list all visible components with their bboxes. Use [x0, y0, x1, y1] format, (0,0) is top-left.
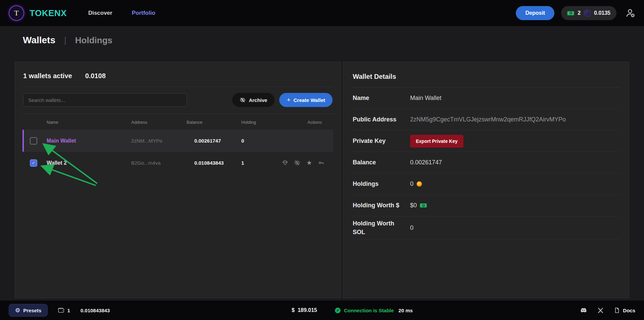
- connection-status: ✓ Connection is Stable 20 ms: [335, 308, 413, 313]
- wallet-holding: 1: [241, 160, 282, 166]
- detail-label: Balance: [353, 158, 405, 167]
- active-sol-total: 0.0108: [85, 72, 106, 80]
- create-wallet-label: Create Wallet: [294, 97, 325, 103]
- wallet-balance-value: 0.010843843: [194, 160, 224, 166]
- star-icon[interactable]: [306, 160, 312, 166]
- detail-row-holdings: Holdings 0: [352, 173, 620, 195]
- cash-count: 2: [578, 10, 581, 16]
- detail-label: Holding Worth $: [353, 201, 405, 210]
- eye-off-icon: [240, 97, 246, 103]
- sol-balance: 0.0135: [594, 10, 610, 16]
- wallet-details-panel: Wallet Details Name Main Wallet Public A…: [343, 62, 629, 298]
- detail-label: Public Address: [353, 115, 405, 124]
- wallet-balance: 0.00261747: [187, 138, 241, 144]
- discord-icon[interactable]: [579, 306, 587, 314]
- detail-row-name: Name Main Wallet: [352, 88, 620, 109]
- x-twitter-icon[interactable]: [597, 307, 604, 314]
- detail-label: Holding Worth SOL: [353, 219, 405, 236]
- detail-value-name: Main Wallet: [410, 95, 441, 102]
- col-balance: Balance: [187, 120, 241, 125]
- token-coin-icon: [584, 10, 591, 16]
- wallet-balance-value: 0.00261747: [194, 138, 221, 144]
- wallet-icon: [58, 307, 64, 314]
- dollar-sign: $: [292, 307, 295, 313]
- nav-discover[interactable]: Discover: [88, 10, 112, 16]
- navbar-right: Deposit 2 0.0135: [516, 6, 635, 20]
- app-logo[interactable]: T: [9, 5, 24, 21]
- wallets-panel: 1 wallets active 0.0108 Archive + Create…: [15, 62, 341, 298]
- detail-row-balance: Balance 0.00261747: [352, 152, 620, 173]
- col-address: Address: [131, 120, 187, 125]
- worth-usd-amount: $0: [410, 202, 417, 209]
- detail-label: Holdings: [353, 179, 405, 188]
- archive-label: Archive: [249, 97, 267, 103]
- person-gear-icon: [625, 8, 635, 18]
- docs-label: Docs: [623, 308, 635, 313]
- statusbar-links: Docs: [579, 306, 635, 314]
- latency-value: 20 ms: [398, 308, 413, 313]
- detail-value-public-address: 2zNM5g9CgecTmVLGJejzswrMnw2qemRJJfQ2Airv…: [410, 116, 566, 123]
- col-actions: Actions: [282, 120, 333, 125]
- solana-icon: [416, 225, 422, 231]
- docs-button[interactable]: Docs: [614, 307, 635, 313]
- detail-row-worth-usd: Holding Worth $ $0: [352, 195, 620, 216]
- wallet-sol-amount: 0.010843843: [81, 308, 110, 313]
- gear-icon: ⚙: [15, 307, 20, 314]
- detail-value-worth-usd: $0: [410, 202, 427, 209]
- tab-wallets[interactable]: Wallets: [23, 35, 55, 46]
- detail-row-private-key: Private Key Export Private Key: [352, 130, 620, 152]
- table-row-wallet-2[interactable]: Wallet 2 B2Go...m4va 0.010843843 1: [22, 152, 333, 174]
- wallets-toolbar: Archive + Create Wallet: [22, 87, 333, 114]
- details-title: Wallet Details: [352, 68, 620, 88]
- create-wallet-button[interactable]: + Create Wallet: [279, 93, 333, 107]
- solana-icon: [187, 160, 192, 165]
- detail-row-public-address: Public Address 2zNM5g9CgecTmVLGJejzswrMn…: [352, 109, 620, 130]
- main-content: 1 wallets active 0.0108 Archive + Create…: [15, 62, 629, 298]
- detail-label: Private Key: [353, 137, 405, 145]
- presets-button[interactable]: ⚙ Presets: [9, 304, 48, 317]
- wallets-summary: 1 wallets active 0.0108: [22, 68, 333, 87]
- col-holding: Holding: [241, 120, 282, 125]
- table-row-main-wallet[interactable]: Main Wallet 2zNM...MYPo 0.00261747 0: [22, 129, 333, 152]
- tab-divider: |: [64, 35, 66, 46]
- main-nav: Discover Portfolio: [88, 10, 155, 16]
- wallet-name: Main Wallet: [47, 138, 131, 144]
- tab-holdings[interactable]: Holdings: [75, 35, 112, 46]
- holdings-count: 0: [410, 180, 413, 188]
- solana-icon: [76, 73, 82, 79]
- archive-button[interactable]: Archive: [232, 93, 275, 107]
- wallet-balance: 0.010843843: [187, 160, 241, 166]
- wallet-address: B2Go...m4va: [131, 160, 187, 166]
- col-name: Name: [47, 120, 131, 125]
- wallet-checkbox[interactable]: [30, 159, 37, 167]
- eye-off-icon[interactable]: [294, 160, 300, 166]
- detail-row-worth-sol: Holding Worth SOL 0: [352, 216, 620, 239]
- logo-letter: T: [14, 9, 18, 17]
- wallet-summary: 1 0.010843843: [58, 307, 110, 314]
- col-checkbox: [22, 120, 47, 125]
- balance-amount: 0.00261747: [410, 159, 442, 166]
- nav-portfolio[interactable]: Portfolio: [132, 10, 155, 16]
- balance-pill[interactable]: 2 0.0135: [561, 6, 616, 20]
- worth-sol-amount: 0: [410, 224, 413, 231]
- wallet-count: 1: [67, 308, 70, 313]
- top-navbar: T TOKENX Discover Portfolio Deposit 2 0.…: [0, 0, 644, 26]
- sol-price: $ 189.015: [283, 307, 317, 313]
- account-settings-button[interactable]: [625, 8, 635, 18]
- coin-icon: [416, 181, 422, 187]
- wallet-actions: [282, 160, 333, 166]
- wallet-holding: 0: [241, 138, 282, 144]
- solana-icon: [283, 308, 289, 313]
- document-icon: [614, 307, 620, 313]
- deposit-button[interactable]: Deposit: [516, 6, 554, 20]
- key-icon[interactable]: [318, 160, 325, 166]
- gem-icon[interactable]: [282, 160, 288, 166]
- search-input[interactable]: [23, 93, 187, 107]
- brand-name[interactable]: TOKENX: [30, 8, 67, 18]
- wallet-checkbox[interactable]: [30, 137, 37, 145]
- solana-icon: [187, 138, 192, 143]
- wallet-name: Wallet 2: [47, 160, 131, 166]
- export-private-key-button[interactable]: Export Private Key: [410, 135, 463, 148]
- detail-value-balance: 0.00261747: [410, 159, 451, 166]
- status-bar: ⚙ Presets 1 0.010843843 $ 189.015 ✓ Conn…: [0, 301, 644, 320]
